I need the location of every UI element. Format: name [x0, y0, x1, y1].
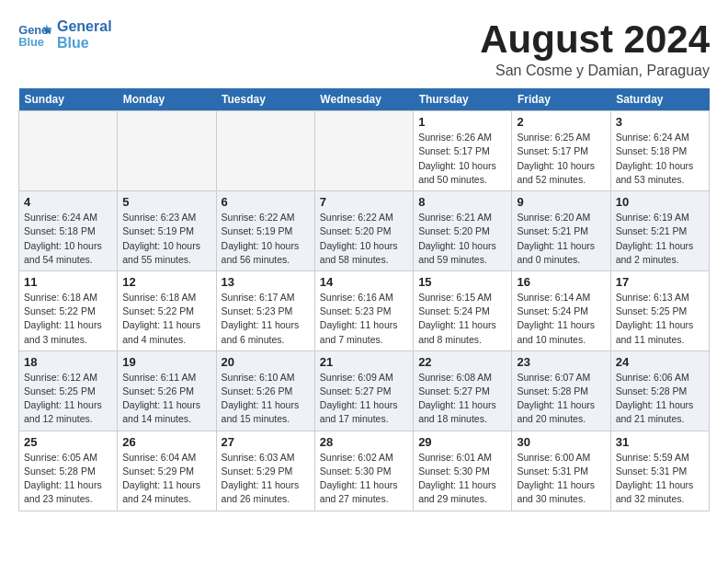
day-number: 22: [418, 355, 506, 369]
day-number: 8: [418, 195, 506, 209]
day-info: Sunrise: 6:25 AM Sunset: 5:17 PM Dayligh…: [517, 131, 605, 187]
day-number: 28: [320, 435, 408, 449]
table-row: 29Sunrise: 6:01 AM Sunset: 5:30 PM Dayli…: [414, 431, 512, 511]
day-number: 26: [122, 435, 210, 449]
table-row: 13Sunrise: 6:17 AM Sunset: 5:23 PM Dayli…: [216, 270, 314, 350]
day-number: 14: [320, 275, 408, 289]
table-row: 10Sunrise: 6:19 AM Sunset: 5:21 PM Dayli…: [610, 191, 709, 271]
day-info: Sunrise: 6:17 AM Sunset: 5:23 PM Dayligh…: [222, 291, 310, 347]
day-number: 15: [418, 275, 506, 289]
day-number: 24: [616, 355, 704, 369]
col-tuesday: Tuesday: [216, 88, 314, 111]
day-info: Sunrise: 6:22 AM Sunset: 5:19 PM Dayligh…: [222, 211, 310, 267]
day-info: Sunrise: 6:15 AM Sunset: 5:24 PM Dayligh…: [418, 291, 506, 347]
day-number: 20: [222, 355, 310, 369]
table-row: 8Sunrise: 6:21 AM Sunset: 5:20 PM Daylig…: [414, 191, 512, 271]
day-info: Sunrise: 6:00 AM Sunset: 5:31 PM Dayligh…: [517, 451, 605, 507]
day-info: Sunrise: 6:09 AM Sunset: 5:27 PM Dayligh…: [320, 371, 408, 427]
col-wednesday: Wednesday: [314, 88, 413, 111]
calendar-week-row: 25Sunrise: 6:05 AM Sunset: 5:28 PM Dayli…: [19, 431, 710, 511]
calendar-week-row: 4Sunrise: 6:24 AM Sunset: 5:18 PM Daylig…: [19, 191, 710, 271]
table-row: 24Sunrise: 6:06 AM Sunset: 5:28 PM Dayli…: [610, 350, 709, 431]
table-row: 26Sunrise: 6:04 AM Sunset: 5:29 PM Dayli…: [118, 431, 216, 511]
day-info: Sunrise: 6:07 AM Sunset: 5:28 PM Dayligh…: [517, 371, 605, 427]
day-number: 7: [320, 195, 408, 209]
table-row: 12Sunrise: 6:18 AM Sunset: 5:22 PM Dayli…: [118, 270, 216, 350]
day-number: 9: [517, 195, 605, 209]
calendar-title: August 2024: [480, 18, 710, 61]
day-number: 31: [616, 435, 704, 449]
col-sunday: Sunday: [19, 88, 118, 111]
day-number: 4: [24, 195, 112, 209]
day-number: 30: [517, 435, 605, 449]
day-info: Sunrise: 6:03 AM Sunset: 5:29 PM Dayligh…: [222, 451, 310, 507]
day-info: Sunrise: 6:19 AM Sunset: 5:21 PM Dayligh…: [616, 211, 704, 267]
page-header: General Blue General Blue August 2024 Sa…: [18, 18, 710, 79]
table-row: 23Sunrise: 6:07 AM Sunset: 5:28 PM Dayli…: [512, 350, 610, 431]
day-info: Sunrise: 6:26 AM Sunset: 5:17 PM Dayligh…: [418, 131, 506, 187]
day-info: Sunrise: 6:10 AM Sunset: 5:26 PM Dayligh…: [222, 371, 310, 427]
day-number: 10: [616, 195, 704, 209]
calendar-title-area: August 2024 San Cosme y Damian, Paraguay: [480, 18, 710, 79]
table-row: 25Sunrise: 6:05 AM Sunset: 5:28 PM Dayli…: [19, 431, 118, 511]
day-info: Sunrise: 6:13 AM Sunset: 5:25 PM Dayligh…: [616, 291, 704, 347]
table-row: 19Sunrise: 6:11 AM Sunset: 5:26 PM Dayli…: [118, 350, 216, 431]
table-row: 22Sunrise: 6:08 AM Sunset: 5:27 PM Dayli…: [414, 350, 512, 431]
calendar-week-row: 11Sunrise: 6:18 AM Sunset: 5:22 PM Dayli…: [19, 270, 710, 350]
table-row: 6Sunrise: 6:22 AM Sunset: 5:19 PM Daylig…: [216, 191, 314, 271]
calendar-subtitle: San Cosme y Damian, Paraguay: [480, 63, 710, 79]
day-number: 29: [418, 435, 506, 449]
day-number: 25: [24, 435, 112, 449]
day-info: Sunrise: 6:06 AM Sunset: 5:28 PM Dayligh…: [616, 371, 704, 427]
col-monday: Monday: [118, 88, 216, 111]
table-row: 3Sunrise: 6:24 AM Sunset: 5:18 PM Daylig…: [610, 111, 709, 191]
day-number: 27: [222, 435, 310, 449]
day-info: Sunrise: 6:14 AM Sunset: 5:24 PM Dayligh…: [517, 291, 605, 347]
day-info: Sunrise: 6:21 AM Sunset: 5:20 PM Dayligh…: [418, 211, 506, 267]
table-row: [19, 111, 118, 191]
day-number: 5: [122, 195, 210, 209]
day-info: Sunrise: 6:20 AM Sunset: 5:21 PM Dayligh…: [517, 211, 605, 267]
calendar-table: Sunday Monday Tuesday Wednesday Thursday…: [18, 88, 710, 511]
day-info: Sunrise: 5:59 AM Sunset: 5:31 PM Dayligh…: [616, 451, 704, 507]
table-row: 20Sunrise: 6:10 AM Sunset: 5:26 PM Dayli…: [216, 350, 314, 431]
day-number: 3: [616, 115, 704, 129]
day-number: 23: [517, 355, 605, 369]
col-friday: Friday: [512, 88, 610, 111]
day-number: 1: [418, 115, 506, 129]
day-number: 13: [222, 275, 310, 289]
day-info: Sunrise: 6:02 AM Sunset: 5:30 PM Dayligh…: [320, 451, 408, 507]
day-number: 17: [616, 275, 704, 289]
col-thursday: Thursday: [414, 88, 512, 111]
day-info: Sunrise: 6:16 AM Sunset: 5:23 PM Dayligh…: [320, 291, 408, 347]
calendar-header-row: Sunday Monday Tuesday Wednesday Thursday…: [19, 88, 710, 111]
table-row: 16Sunrise: 6:14 AM Sunset: 5:24 PM Dayli…: [512, 270, 610, 350]
day-number: 16: [517, 275, 605, 289]
day-info: Sunrise: 6:11 AM Sunset: 5:26 PM Dayligh…: [122, 371, 210, 427]
day-info: Sunrise: 6:24 AM Sunset: 5:18 PM Dayligh…: [616, 131, 704, 187]
table-row: 18Sunrise: 6:12 AM Sunset: 5:25 PM Dayli…: [19, 350, 118, 431]
table-row: 7Sunrise: 6:22 AM Sunset: 5:20 PM Daylig…: [314, 191, 413, 271]
table-row: 4Sunrise: 6:24 AM Sunset: 5:18 PM Daylig…: [19, 191, 118, 271]
day-info: Sunrise: 6:23 AM Sunset: 5:19 PM Dayligh…: [122, 211, 210, 267]
logo-blue: Blue: [57, 35, 112, 52]
table-row: 5Sunrise: 6:23 AM Sunset: 5:19 PM Daylig…: [118, 191, 216, 271]
day-info: Sunrise: 6:04 AM Sunset: 5:29 PM Dayligh…: [122, 451, 210, 507]
logo-general: General: [57, 18, 112, 35]
day-info: Sunrise: 6:18 AM Sunset: 5:22 PM Dayligh…: [24, 291, 112, 347]
table-row: 17Sunrise: 6:13 AM Sunset: 5:25 PM Dayli…: [610, 270, 709, 350]
logo-icon: General Blue: [18, 21, 51, 49]
day-number: 18: [24, 355, 112, 369]
day-number: 12: [122, 275, 210, 289]
calendar-week-row: 1Sunrise: 6:26 AM Sunset: 5:17 PM Daylig…: [19, 111, 710, 191]
day-info: Sunrise: 6:24 AM Sunset: 5:18 PM Dayligh…: [24, 211, 112, 267]
table-row: 27Sunrise: 6:03 AM Sunset: 5:29 PM Dayli…: [216, 431, 314, 511]
table-row: 15Sunrise: 6:15 AM Sunset: 5:24 PM Dayli…: [414, 270, 512, 350]
day-info: Sunrise: 6:22 AM Sunset: 5:20 PM Dayligh…: [320, 211, 408, 267]
calendar-week-row: 18Sunrise: 6:12 AM Sunset: 5:25 PM Dayli…: [19, 350, 710, 431]
table-row: 2Sunrise: 6:25 AM Sunset: 5:17 PM Daylig…: [512, 111, 610, 191]
day-number: 6: [222, 195, 310, 209]
table-row: 14Sunrise: 6:16 AM Sunset: 5:23 PM Dayli…: [314, 270, 413, 350]
day-info: Sunrise: 6:05 AM Sunset: 5:28 PM Dayligh…: [24, 451, 112, 507]
table-row: [216, 111, 314, 191]
